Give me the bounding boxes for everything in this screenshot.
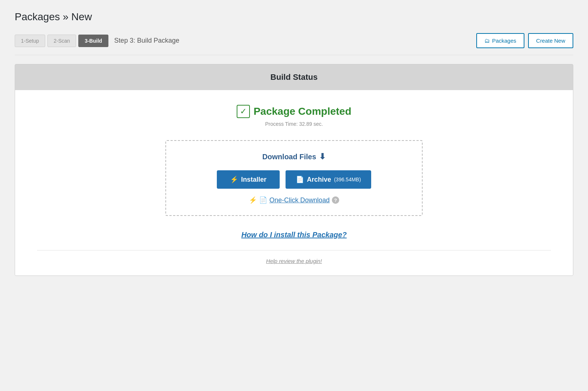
- main-card: Build Status ✓ Package Completed Process…: [15, 64, 573, 276]
- download-arrow-icon: ⬇: [319, 152, 326, 161]
- step1-button[interactable]: 1-Setup: [15, 35, 45, 47]
- download-title: Download Files ⬇: [181, 152, 407, 161]
- step-description: Step 3: Build Package: [114, 37, 179, 45]
- page-title: Packages » New: [15, 11, 573, 23]
- step3-button[interactable]: 3-Build: [78, 35, 108, 47]
- archive-file-icon: 📄: [296, 175, 304, 184]
- archive-button[interactable]: 📄 Archive (396.54MB): [286, 170, 371, 189]
- installer-button[interactable]: ⚡ Installer: [217, 170, 280, 189]
- process-time: Process Time: 32.89 sec.: [37, 121, 551, 127]
- card-footer: Help review the plugin!: [37, 250, 551, 264]
- review-plugin-link[interactable]: Help review the plugin!: [266, 258, 322, 264]
- download-buttons: ⚡ Installer 📄 Archive (396.54MB): [181, 170, 407, 189]
- install-help-link[interactable]: How do I install this Package?: [241, 231, 347, 239]
- card-header: Build Status: [15, 64, 573, 90]
- step2-button[interactable]: 2-Scan: [47, 35, 76, 47]
- install-help: How do I install this Package?: [37, 231, 551, 239]
- download-section: Download Files ⬇ ⚡ Installer 📄 Archive (…: [165, 140, 423, 216]
- packages-icon: 🗂: [484, 38, 490, 44]
- check-icon: ✓: [237, 105, 250, 118]
- one-click-lightning-icon: ⚡: [249, 196, 257, 204]
- card-body: ✓ Package Completed Process Time: 32.89 …: [15, 90, 573, 276]
- packages-button[interactable]: 🗂 Packages: [476, 33, 524, 48]
- lightning-icon: ⚡: [230, 175, 238, 184]
- download-title-text: Download Files: [262, 153, 316, 161]
- steps-container: 1-Setup 2-Scan 3-Build Step 3: Build Pac…: [15, 35, 179, 47]
- status-completed: ✓ Package Completed: [37, 105, 551, 118]
- installer-label: Installer: [241, 176, 266, 184]
- create-new-button[interactable]: Create New: [528, 33, 573, 48]
- help-icon[interactable]: ?: [332, 196, 339, 204]
- completed-text: Package Completed: [254, 106, 351, 117]
- one-click-download-link[interactable]: One-Click Download: [269, 196, 330, 204]
- top-bar: 1-Setup 2-Scan 3-Build Step 3: Build Pac…: [15, 33, 573, 55]
- one-click-row: ⚡ 📄 One-Click Download ?: [181, 196, 407, 204]
- archive-label: Archive: [307, 176, 331, 184]
- archive-size: (396.54MB): [334, 177, 361, 182]
- toolbar-buttons: 🗂 Packages Create New: [476, 33, 573, 48]
- one-click-file-icon: 📄: [259, 196, 267, 204]
- packages-button-label: Packages: [492, 38, 516, 44]
